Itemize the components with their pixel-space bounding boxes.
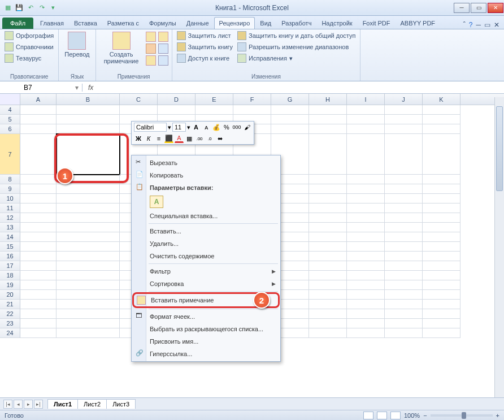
ribbon-tab-1[interactable]: Вставка — [69, 17, 102, 29]
cell[interactable] — [385, 271, 423, 280]
cell[interactable] — [347, 175, 385, 184]
cell[interactable] — [20, 280, 57, 290]
row-header[interactable]: 24 — [0, 328, 20, 338]
cell[interactable] — [309, 319, 347, 328]
cell[interactable] — [271, 124, 309, 134]
cell[interactable] — [385, 223, 423, 232]
row-header[interactable]: 6 — [0, 124, 20, 134]
cell[interactable] — [385, 300, 423, 309]
accounting-format-icon[interactable]: 💰 — [212, 123, 221, 132]
cell[interactable] — [347, 261, 385, 271]
scrollbar-thumb[interactable] — [496, 106, 503, 191]
cell[interactable] — [423, 261, 460, 271]
cell[interactable] — [20, 328, 57, 338]
cell[interactable] — [347, 319, 385, 328]
cell[interactable] — [423, 242, 460, 252]
cell[interactable] — [385, 115, 423, 124]
cell[interactable] — [385, 213, 423, 223]
percent-format-icon[interactable]: % — [222, 123, 231, 132]
cell[interactable] — [385, 252, 423, 261]
cell[interactable] — [423, 280, 460, 290]
namebox-dropdown-icon[interactable]: ▾ — [75, 84, 79, 92]
cell[interactable] — [309, 290, 347, 300]
save-icon[interactable]: 💾 — [15, 3, 24, 12]
column-header[interactable]: G — [271, 94, 309, 105]
column-header[interactable]: E — [195, 94, 233, 105]
cell[interactable] — [57, 280, 120, 290]
italic-icon[interactable]: К — [144, 134, 153, 143]
cell[interactable] — [57, 271, 120, 280]
cell[interactable] — [423, 175, 460, 184]
cell[interactable] — [347, 194, 385, 203]
cell[interactable] — [347, 290, 385, 300]
cell[interactable] — [309, 124, 347, 134]
cell[interactable] — [309, 271, 347, 280]
cell[interactable] — [385, 105, 423, 115]
cell[interactable] — [57, 261, 120, 271]
cell[interactable] — [20, 184, 57, 194]
name-box[interactable]: B7▾ — [20, 84, 82, 92]
doc-restore-icon[interactable]: ▭ — [484, 21, 490, 29]
ribbon-tab-8[interactable]: Надстройк — [316, 17, 357, 29]
format-painter-icon[interactable]: 🖌 — [242, 123, 251, 132]
ribbon-tab-2[interactable]: Разметка с — [102, 17, 144, 29]
cell[interactable] — [309, 252, 347, 261]
row-header[interactable]: 19 — [0, 280, 20, 290]
first-sheet-icon[interactable]: |◂ — [3, 400, 12, 409]
cell[interactable] — [309, 300, 347, 309]
cell[interactable] — [195, 105, 233, 115]
font-size-combo[interactable] — [172, 123, 186, 132]
cell[interactable] — [385, 194, 423, 203]
cell[interactable] — [347, 203, 385, 213]
row-header[interactable]: 23 — [0, 319, 20, 328]
cell[interactable] — [347, 213, 385, 223]
menu-copy[interactable]: 📄Копировать — [133, 169, 279, 181]
cell[interactable] — [423, 115, 460, 124]
last-sheet-icon[interactable]: ▸| — [34, 400, 43, 409]
delete-comment-icon[interactable] — [146, 44, 156, 54]
prev-sheet-icon[interactable]: ◂ — [14, 400, 23, 409]
menu-clear-contents[interactable]: Очистить содержимое — [133, 250, 279, 262]
row-header[interactable]: 13 — [0, 223, 20, 232]
menu-paste-special[interactable]: Специальная вставка... — [133, 210, 279, 222]
cell[interactable] — [423, 223, 460, 232]
cell[interactable] — [385, 232, 423, 242]
ribbon-tab-9[interactable]: Foxit PDF — [358, 17, 396, 29]
ribbon-tab-7[interactable]: Разработч — [276, 17, 316, 29]
cell[interactable] — [309, 184, 347, 194]
cell[interactable] — [20, 203, 57, 213]
cell[interactable] — [385, 203, 423, 213]
merge-icon[interactable]: ⬌ — [215, 134, 224, 143]
select-all-corner[interactable] — [0, 94, 20, 105]
cell[interactable] — [385, 328, 423, 338]
font-family-combo[interactable] — [134, 123, 167, 132]
show-all-icon[interactable] — [158, 55, 168, 66]
comma-format-icon[interactable]: 000 — [232, 123, 241, 132]
fill-color-icon[interactable]: ⬛ — [164, 134, 173, 143]
page-layout-view-icon[interactable] — [377, 412, 387, 419]
menu-hyperlink[interactable]: 🔗Гиперссылка... — [133, 348, 279, 360]
row-header[interactable]: 12 — [0, 213, 20, 223]
column-header[interactable]: I — [347, 94, 385, 105]
row-header[interactable]: 11 — [0, 203, 20, 213]
new-comment-button[interactable]: Создать примечание — [99, 31, 144, 66]
cell[interactable] — [57, 115, 120, 124]
cell[interactable] — [20, 290, 57, 300]
cell[interactable] — [20, 213, 57, 223]
cell[interactable] — [309, 232, 347, 242]
cell[interactable] — [423, 290, 460, 300]
column-header[interactable]: D — [158, 94, 195, 105]
paste-option-values[interactable]: A — [150, 196, 163, 208]
cell[interactable] — [385, 184, 423, 194]
ribbon-tab-5[interactable]: Рецензиро — [214, 17, 255, 29]
cell[interactable] — [347, 232, 385, 242]
align-icon[interactable]: ≡ — [154, 134, 163, 143]
next-sheet-icon[interactable]: ▸ — [24, 400, 33, 409]
cell[interactable] — [309, 242, 347, 252]
cell[interactable] — [385, 261, 423, 271]
column-header[interactable]: K — [423, 94, 460, 105]
cell[interactable] — [20, 319, 57, 328]
cell[interactable] — [423, 232, 460, 242]
bold-icon[interactable]: Ж — [134, 134, 143, 143]
cell[interactable] — [57, 194, 120, 203]
